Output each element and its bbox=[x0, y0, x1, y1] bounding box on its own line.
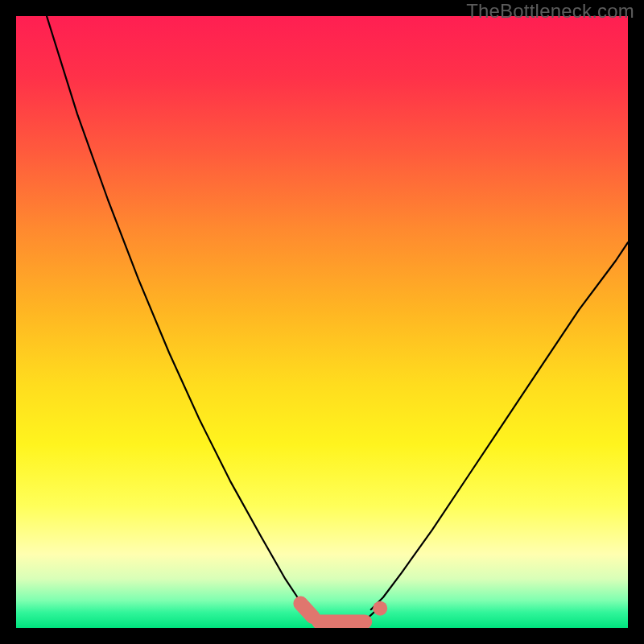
valley-marker bbox=[300, 604, 312, 617]
series-right-branch bbox=[371, 242, 628, 609]
chart-frame: TheBottleneck.com bbox=[0, 0, 644, 644]
series-left-branch bbox=[47, 16, 310, 609]
plot-area bbox=[16, 16, 628, 628]
valley-marker bbox=[373, 601, 387, 616]
watermark-text: TheBottleneck.com bbox=[466, 0, 634, 23]
curve-layer bbox=[16, 16, 628, 628]
